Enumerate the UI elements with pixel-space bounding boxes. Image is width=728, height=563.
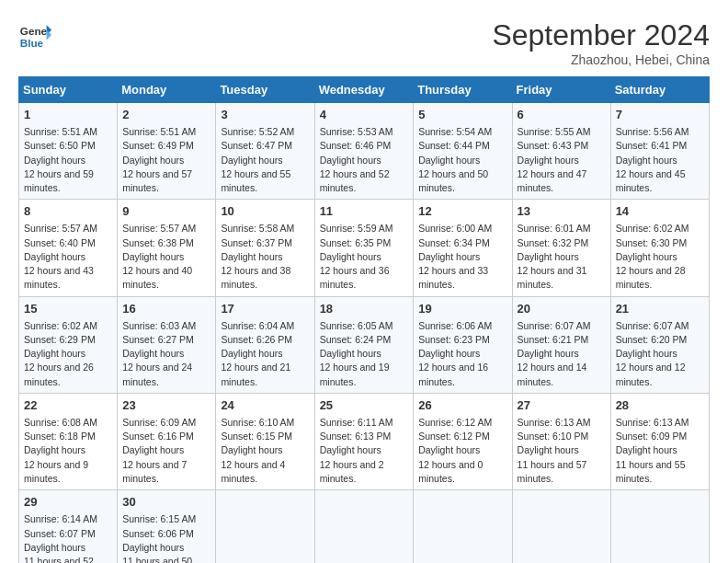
day-detail: Sunrise: 6:07 AMSunset: 6:20 PMDaylight …: [616, 319, 704, 389]
day-detail: Sunrise: 5:54 AMSunset: 6:44 PMDaylight …: [418, 125, 506, 195]
day-detail: Sunrise: 6:03 AMSunset: 6:27 PMDaylight …: [122, 319, 210, 389]
day-detail: Sunrise: 5:59 AMSunset: 6:35 PMDaylight …: [320, 222, 409, 292]
day-number: 19: [418, 301, 506, 317]
weekday-header: Sunday: [19, 77, 118, 103]
day-detail: Sunrise: 5:52 AMSunset: 6:47 PMDaylight …: [221, 125, 309, 195]
day-number: 11: [320, 203, 409, 220]
calendar-cell: [414, 490, 512, 563]
calendar-cell: 23Sunrise: 6:09 AMSunset: 6:16 PMDayligh…: [118, 393, 216, 489]
day-number: 10: [221, 203, 309, 220]
calendar-week-row: 15Sunrise: 6:02 AMSunset: 6:29 PMDayligh…: [19, 296, 710, 393]
svg-text:Blue: Blue: [20, 37, 44, 49]
day-number: 8: [24, 203, 112, 220]
day-detail: Sunrise: 5:53 AMSunset: 6:46 PMDaylight …: [320, 125, 409, 195]
calendar-cell: [314, 490, 414, 563]
calendar-cell: 6Sunrise: 5:55 AMSunset: 6:43 PMDaylight…: [512, 103, 610, 200]
calendar-cell: 27Sunrise: 6:13 AMSunset: 6:10 PMDayligh…: [512, 393, 610, 489]
location: Zhaozhou, Hebei, China: [492, 52, 710, 67]
day-number: 12: [418, 203, 506, 220]
day-number: 17: [221, 301, 309, 317]
calendar-cell: [610, 490, 709, 563]
day-number: 9: [122, 203, 210, 220]
day-number: 14: [616, 203, 704, 220]
calendar-table: SundayMondayTuesdayWednesdayThursdayFrid…: [18, 76, 710, 563]
day-number: 3: [221, 107, 309, 123]
calendar-cell: 13Sunrise: 6:01 AMSunset: 6:32 PMDayligh…: [512, 200, 610, 296]
day-detail: Sunrise: 6:05 AMSunset: 6:24 PMDaylight …: [320, 319, 409, 389]
weekday-header: Friday: [512, 77, 610, 103]
day-number: 26: [418, 397, 506, 414]
day-number: 16: [122, 301, 210, 317]
day-detail: Sunrise: 6:15 AMSunset: 6:06 PMDaylight …: [122, 512, 210, 563]
weekday-header: Saturday: [610, 77, 709, 103]
calendar-cell: 30Sunrise: 6:15 AMSunset: 6:06 PMDayligh…: [118, 490, 216, 563]
weekday-header: Tuesday: [216, 77, 314, 103]
day-number: 18: [320, 301, 409, 317]
day-number: 2: [122, 107, 210, 123]
logo: General Blue: [18, 18, 51, 52]
calendar-cell: 1Sunrise: 5:51 AMSunset: 6:50 PMDaylight…: [19, 103, 118, 200]
day-detail: Sunrise: 6:13 AMSunset: 6:09 PMDaylight …: [616, 416, 704, 486]
day-detail: Sunrise: 5:57 AMSunset: 6:38 PMDaylight …: [122, 222, 210, 292]
calendar-week-row: 29Sunrise: 6:14 AMSunset: 6:07 PMDayligh…: [19, 490, 710, 563]
day-detail: Sunrise: 6:01 AMSunset: 6:32 PMDaylight …: [518, 222, 606, 292]
day-number: 30: [122, 494, 210, 511]
calendar-cell: 20Sunrise: 6:07 AMSunset: 6:21 PMDayligh…: [512, 296, 610, 393]
title-block: September 2024 Zhaozhou, Hebei, China: [492, 18, 710, 67]
calendar-cell: [512, 490, 610, 563]
day-number: 1: [24, 107, 112, 123]
day-detail: Sunrise: 6:04 AMSunset: 6:26 PMDaylight …: [221, 319, 309, 389]
calendar-cell: 16Sunrise: 6:03 AMSunset: 6:27 PMDayligh…: [118, 296, 216, 393]
day-number: 5: [418, 107, 506, 123]
day-number: 21: [616, 301, 704, 317]
day-detail: Sunrise: 6:02 AMSunset: 6:30 PMDaylight …: [616, 222, 704, 292]
weekday-header: Thursday: [414, 77, 512, 103]
calendar-cell: 4Sunrise: 5:53 AMSunset: 6:46 PMDaylight…: [314, 103, 414, 200]
day-number: 28: [616, 397, 704, 414]
day-detail: Sunrise: 5:58 AMSunset: 6:37 PMDaylight …: [221, 222, 309, 292]
day-detail: Sunrise: 6:11 AMSunset: 6:13 PMDaylight …: [320, 416, 409, 486]
day-number: 24: [221, 397, 309, 414]
page-header: General Blue September 2024 Zhaozhou, He…: [18, 18, 710, 67]
calendar-cell: 29Sunrise: 6:14 AMSunset: 6:07 PMDayligh…: [19, 490, 118, 563]
day-number: 13: [518, 203, 606, 220]
day-number: 6: [518, 107, 606, 123]
calendar-cell: 3Sunrise: 5:52 AMSunset: 6:47 PMDaylight…: [216, 103, 314, 200]
day-detail: Sunrise: 6:08 AMSunset: 6:18 PMDaylight …: [24, 416, 112, 486]
day-number: 23: [122, 397, 210, 414]
day-detail: Sunrise: 5:51 AMSunset: 6:49 PMDaylight …: [122, 125, 210, 195]
day-number: 4: [320, 107, 409, 123]
header-row: SundayMondayTuesdayWednesdayThursdayFrid…: [19, 77, 710, 103]
calendar-cell: 12Sunrise: 6:00 AMSunset: 6:34 PMDayligh…: [414, 200, 512, 296]
calendar-cell: 25Sunrise: 6:11 AMSunset: 6:13 PMDayligh…: [314, 393, 414, 489]
calendar-cell: 7Sunrise: 5:56 AMSunset: 6:41 PMDaylight…: [610, 103, 709, 200]
day-number: 22: [24, 397, 112, 414]
day-number: 20: [518, 301, 606, 317]
calendar-cell: 26Sunrise: 6:12 AMSunset: 6:12 PMDayligh…: [414, 393, 512, 489]
calendar-cell: 5Sunrise: 5:54 AMSunset: 6:44 PMDaylight…: [414, 103, 512, 200]
calendar-week-row: 1Sunrise: 5:51 AMSunset: 6:50 PMDaylight…: [19, 103, 710, 200]
calendar-cell: 9Sunrise: 5:57 AMSunset: 6:38 PMDaylight…: [118, 200, 216, 296]
day-detail: Sunrise: 6:12 AMSunset: 6:12 PMDaylight …: [418, 416, 506, 486]
calendar-cell: 22Sunrise: 6:08 AMSunset: 6:18 PMDayligh…: [19, 393, 118, 489]
day-detail: Sunrise: 5:56 AMSunset: 6:41 PMDaylight …: [616, 125, 704, 195]
day-number: 27: [518, 397, 606, 414]
day-detail: Sunrise: 6:07 AMSunset: 6:21 PMDaylight …: [518, 319, 606, 389]
calendar-cell: 19Sunrise: 6:06 AMSunset: 6:23 PMDayligh…: [414, 296, 512, 393]
calendar-cell: [216, 490, 314, 563]
day-detail: Sunrise: 6:00 AMSunset: 6:34 PMDaylight …: [418, 222, 506, 292]
day-detail: Sunrise: 6:10 AMSunset: 6:15 PMDaylight …: [221, 416, 309, 486]
calendar-cell: 14Sunrise: 6:02 AMSunset: 6:30 PMDayligh…: [610, 200, 709, 296]
day-number: 15: [24, 301, 112, 317]
day-number: 7: [616, 107, 704, 123]
calendar-cell: 17Sunrise: 6:04 AMSunset: 6:26 PMDayligh…: [216, 296, 314, 393]
day-detail: Sunrise: 6:14 AMSunset: 6:07 PMDaylight …: [24, 512, 112, 563]
day-detail: Sunrise: 6:06 AMSunset: 6:23 PMDaylight …: [418, 319, 506, 389]
day-detail: Sunrise: 5:51 AMSunset: 6:50 PMDaylight …: [24, 125, 112, 195]
day-detail: Sunrise: 5:55 AMSunset: 6:43 PMDaylight …: [518, 125, 606, 195]
weekday-header: Monday: [118, 77, 216, 103]
month-title: September 2024: [492, 18, 710, 52]
calendar-cell: 15Sunrise: 6:02 AMSunset: 6:29 PMDayligh…: [19, 296, 118, 393]
calendar-week-row: 22Sunrise: 6:08 AMSunset: 6:18 PMDayligh…: [19, 393, 710, 489]
calendar-cell: 24Sunrise: 6:10 AMSunset: 6:15 PMDayligh…: [216, 393, 314, 489]
